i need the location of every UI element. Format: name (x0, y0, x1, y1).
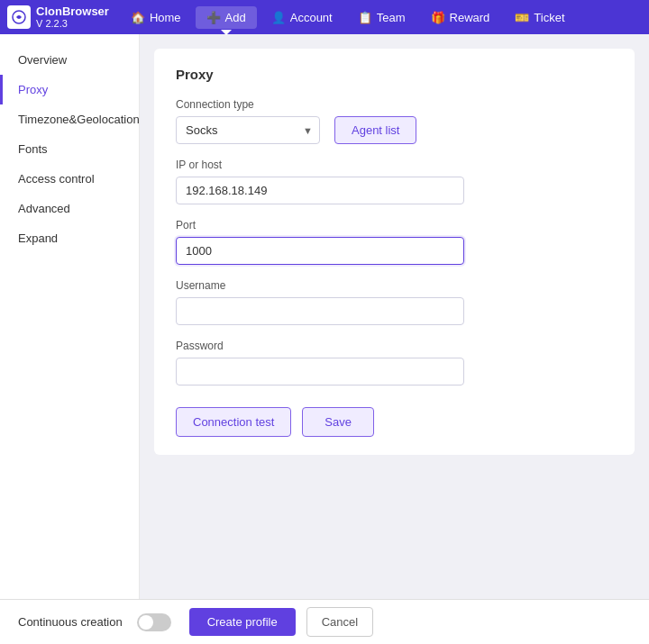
reward-icon: 🎁 (431, 11, 445, 24)
top-nav: ClonBrowser V 2.2.3 🏠 Home ➕ Add 👤 Accou… (0, 0, 649, 34)
password-input[interactable] (176, 358, 464, 385)
save-button[interactable]: Save (302, 407, 374, 437)
cancel-button[interactable]: Cancel (306, 607, 373, 637)
sidebar-item-overview[interactable]: Overview (0, 45, 139, 75)
ticket-icon: 🎫 (515, 11, 529, 24)
sidebar-item-timezone[interactable]: Timezone&Geolocation (0, 104, 139, 134)
sidebar-item-advanced[interactable]: Advanced (0, 194, 139, 223)
port-label: Port (176, 219, 613, 231)
connection-type-select-wrapper: Socks HTTP HTTPS SOCKS4 SOCKS5 ▼ (176, 116, 320, 144)
sidebar: Overview Proxy Timezone&Geolocation Font… (0, 34, 140, 599)
form-actions: Connection test Save (176, 407, 613, 437)
account-icon: 👤 (271, 11, 286, 24)
logo-text: ClonBrowser V 2.2.3 (36, 5, 109, 31)
username-label: Username (176, 279, 613, 292)
content-card: Proxy Connection type Socks HTTP HTTPS S… (154, 49, 635, 455)
port-group: Port (176, 219, 613, 265)
nav-items: 🏠 Home ➕ Add 👤 Account 📋 Team 🎁 Reward 🎫… (120, 6, 642, 29)
connection-type-label: Connection type (176, 98, 613, 111)
username-input[interactable] (176, 297, 464, 325)
sidebar-item-proxy[interactable]: Proxy (0, 75, 139, 104)
app-body: Overview Proxy Timezone&Geolocation Font… (0, 34, 649, 599)
nav-team[interactable]: 📋 Team (347, 6, 416, 29)
logo-icon (7, 5, 31, 29)
ip-group: IP or host (176, 159, 613, 204)
section-title: Proxy (176, 67, 613, 82)
team-icon: 📋 (358, 11, 372, 24)
bottom-bar: Continuous creation Create profile Cance… (0, 599, 649, 644)
nav-home[interactable]: 🏠 Home (120, 6, 192, 29)
password-group: Password (176, 340, 613, 385)
continuous-creation-label: Continuous creation (18, 615, 123, 629)
create-profile-button[interactable]: Create profile (189, 608, 296, 636)
toggle-thumb (139, 615, 153, 630)
home-icon: 🏠 (131, 11, 145, 24)
ip-input[interactable] (176, 177, 464, 204)
nav-account[interactable]: 👤 Account (261, 6, 343, 29)
agent-list-button[interactable]: Agent list (334, 116, 416, 144)
main-content: Proxy Connection type Socks HTTP HTTPS S… (140, 34, 649, 599)
password-label: Password (176, 340, 613, 352)
connection-test-button[interactable]: Connection test (176, 407, 291, 437)
connection-type-row: Socks HTTP HTTPS SOCKS4 SOCKS5 ▼ Agent l… (176, 116, 613, 144)
nav-reward[interactable]: 🎁 Reward (420, 6, 501, 29)
ip-label: IP or host (176, 159, 613, 171)
continuous-creation-toggle[interactable] (137, 613, 171, 631)
port-input[interactable] (176, 237, 464, 265)
logo: ClonBrowser V 2.2.3 (7, 5, 109, 31)
add-icon: ➕ (206, 11, 221, 24)
sidebar-item-expand[interactable]: Expand (0, 223, 139, 253)
username-group: Username (176, 279, 613, 325)
nav-ticket[interactable]: 🎫 Ticket (504, 6, 575, 29)
sidebar-item-fonts[interactable]: Fonts (0, 134, 139, 164)
connection-type-group: Connection type Socks HTTP HTTPS SOCKS4 … (176, 98, 613, 144)
connection-type-select[interactable]: Socks HTTP HTTPS SOCKS4 SOCKS5 (176, 116, 320, 144)
sidebar-item-access-control[interactable]: Access control (0, 164, 139, 194)
nav-add[interactable]: ➕ Add (196, 6, 257, 29)
